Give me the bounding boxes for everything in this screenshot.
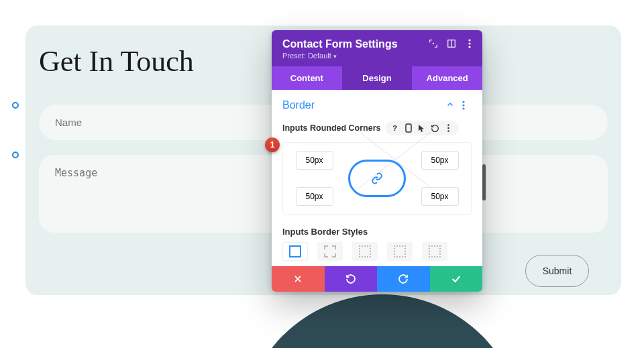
tab-content[interactable]: Content	[272, 66, 342, 90]
border-style-alt1[interactable]	[387, 242, 413, 261]
more-icon[interactable]	[464, 38, 474, 48]
svg-point-10	[447, 124, 449, 126]
link-corners-toggle[interactable]	[348, 160, 406, 197]
modal-tabs: Content Design Advanced	[272, 66, 482, 90]
tab-design[interactable]: Design	[342, 66, 413, 90]
svg-point-11	[447, 127, 449, 129]
hover-icon[interactable]	[416, 122, 428, 134]
rounded-corners-panel	[282, 142, 472, 215]
svg-point-6	[462, 101, 464, 103]
option-row: Inputs Rounded Corners ?	[282, 121, 472, 135]
annotation-badge: 1	[265, 137, 280, 152]
svg-point-12	[447, 130, 449, 132]
corner-br-input[interactable]	[421, 187, 459, 206]
confirm-button[interactable]	[430, 266, 483, 292]
corner-tl-input[interactable]	[296, 151, 333, 170]
border-styles-label: Inputs Border Styles	[282, 227, 472, 237]
border-style-alt2[interactable]	[422, 242, 447, 261]
option-label: Inputs Rounded Corners	[282, 123, 381, 133]
undo-button[interactable]	[325, 266, 378, 292]
option-controls: ?	[385, 121, 459, 135]
expand-icon[interactable]	[428, 38, 438, 48]
corner-tr-input[interactable]	[421, 151, 459, 170]
border-style-dotted[interactable]	[352, 242, 378, 261]
cancel-button[interactable]	[272, 266, 325, 292]
help-icon[interactable]: ?	[389, 122, 401, 134]
svg-point-8	[462, 107, 464, 109]
modal-header[interactable]: Contact Form Settings Preset: Default ▾	[272, 30, 482, 66]
svg-point-4	[468, 42, 470, 44]
svg-rect-9	[406, 124, 411, 132]
border-style-solid[interactable]	[282, 242, 308, 261]
redo-button[interactable]	[377, 266, 430, 292]
section-actions	[446, 101, 472, 110]
modal-footer	[272, 266, 482, 292]
caret-down-icon: ▾	[333, 53, 337, 60]
preset-label: Preset: Default	[282, 52, 331, 60]
collapse-icon[interactable]	[446, 101, 455, 110]
layout-icon[interactable]	[446, 38, 456, 48]
page-title: Get In Touch	[39, 44, 194, 78]
more-icon[interactable]	[462, 101, 472, 110]
settings-modal: 1 Contact Form Settings Preset: Default …	[272, 30, 482, 292]
submit-button[interactable]: Submit	[525, 255, 589, 287]
preset-selector[interactable]: Preset: Default ▾	[282, 52, 472, 60]
svg-point-0	[432, 42, 433, 44]
phone-icon[interactable]	[402, 122, 415, 134]
svg-point-7	[462, 104, 464, 106]
modal-header-actions	[428, 38, 474, 48]
modal-body: Border Inputs Rounded Corners ?	[272, 90, 482, 266]
drag-handle-dot[interactable]	[12, 152, 19, 158]
tab-advanced[interactable]: Advanced	[412, 66, 482, 90]
svg-point-3	[468, 39, 470, 41]
link-icon	[371, 172, 383, 184]
more-icon[interactable]	[443, 122, 455, 134]
section-title: Border	[282, 99, 315, 111]
drag-handle-dot[interactable]	[12, 102, 19, 109]
border-style-row	[282, 242, 472, 261]
border-style-dashed[interactable]	[317, 242, 343, 261]
svg-point-5	[468, 46, 470, 48]
scrollbar-handle[interactable]	[482, 164, 486, 200]
decorative-arc	[241, 294, 523, 348]
section-header: Border	[282, 99, 472, 111]
corner-bl-input[interactable]	[296, 187, 333, 206]
